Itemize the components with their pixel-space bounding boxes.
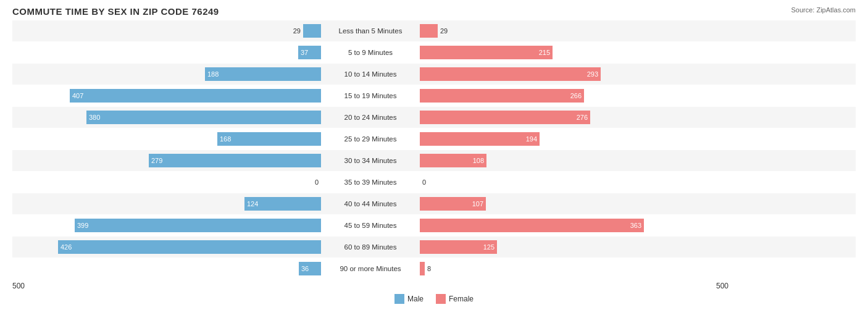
row-label: 10 to 14 Minutes (321, 70, 420, 78)
female-value: 194 (526, 135, 537, 143)
female-value: 125 (483, 243, 495, 251)
male-value: 426 (61, 243, 72, 251)
male-zero: 0 (315, 178, 319, 186)
female-value: 215 (539, 49, 550, 56)
chart-row: 124 40 to 44 Minutes 107 (12, 193, 856, 214)
bars-area: 29 Less than 5 Minutes 29 37 5 to 9 Minu… (12, 20, 856, 279)
male-value: 36 (301, 265, 309, 272)
row-label: 20 to 24 Minutes (321, 114, 420, 121)
chart-row: 0 35 to 39 Minutes 0 (12, 172, 856, 193)
female-label: Female (449, 295, 474, 303)
row-label: 40 to 44 Minutes (321, 200, 420, 208)
male-value: 279 (151, 157, 162, 164)
female-value: 266 (570, 92, 582, 99)
legend-female: Female (436, 294, 474, 304)
axis-labels: 500 500 (12, 282, 856, 290)
chart-row: 380 20 to 24 Minutes 276 (12, 107, 856, 128)
male-color-box (394, 294, 404, 304)
chart-row: 399 45 to 59 Minutes 363 (12, 215, 856, 236)
male-label: Male (407, 295, 424, 303)
row-label: 35 to 39 Minutes (321, 178, 420, 186)
row-label: 90 or more Minutes (321, 265, 420, 272)
chart-row: 279 30 to 34 Minutes 108 (12, 150, 856, 171)
axis-right-val: 500 (716, 282, 728, 290)
female-value-outside: 8 (427, 265, 431, 272)
chart-row: 188 10 to 14 Minutes 293 (12, 64, 856, 85)
female-value: 107 (472, 200, 483, 208)
female-value: 108 (473, 157, 484, 164)
chart-row: 36 90 or more Minutes 8 (12, 258, 856, 279)
chart-container: COMMUTE TIME BY SEX IN ZIP CODE 76249 So… (0, 0, 868, 323)
chart-row: 29 Less than 5 Minutes 29 (12, 20, 856, 41)
row-label: 60 to 89 Minutes (321, 243, 420, 251)
chart-row: 426 60 to 89 Minutes 125 (12, 237, 856, 258)
row-label: 30 to 34 Minutes (321, 157, 420, 164)
chart-row: 407 15 to 19 Minutes 266 (12, 85, 856, 106)
male-value: 37 (301, 49, 308, 56)
row-label: Less than 5 Minutes (321, 27, 420, 35)
male-value: 188 (207, 70, 219, 78)
female-value: 276 (577, 114, 588, 121)
female-value: 293 (587, 70, 598, 78)
row-label: 25 to 29 Minutes (321, 135, 420, 143)
legend: Male Female (12, 294, 856, 304)
male-value-outside: 29 (293, 27, 301, 35)
male-value: 168 (220, 135, 231, 143)
chart-row: 168 25 to 29 Minutes 194 (12, 128, 856, 149)
male-value: 399 (77, 222, 88, 229)
row-label: 5 to 9 Minutes (321, 49, 420, 56)
row-label: 15 to 19 Minutes (321, 92, 420, 99)
chart-title: COMMUTE TIME BY SEX IN ZIP CODE 76249 (12, 6, 856, 17)
source-text: Source: ZipAtlas.com (791, 6, 856, 14)
axis-left-val: 500 (12, 282, 25, 290)
female-value-outside: 29 (440, 27, 448, 35)
female-zero: 0 (422, 178, 426, 186)
male-value: 124 (247, 200, 258, 208)
row-label: 45 to 59 Minutes (321, 222, 420, 229)
female-value: 363 (630, 222, 641, 229)
female-color-box (436, 294, 446, 304)
chart-row: 37 5 to 9 Minutes 215 (12, 42, 856, 63)
legend-male: Male (394, 294, 424, 304)
male-value: 407 (72, 92, 83, 99)
male-value: 380 (89, 114, 100, 121)
